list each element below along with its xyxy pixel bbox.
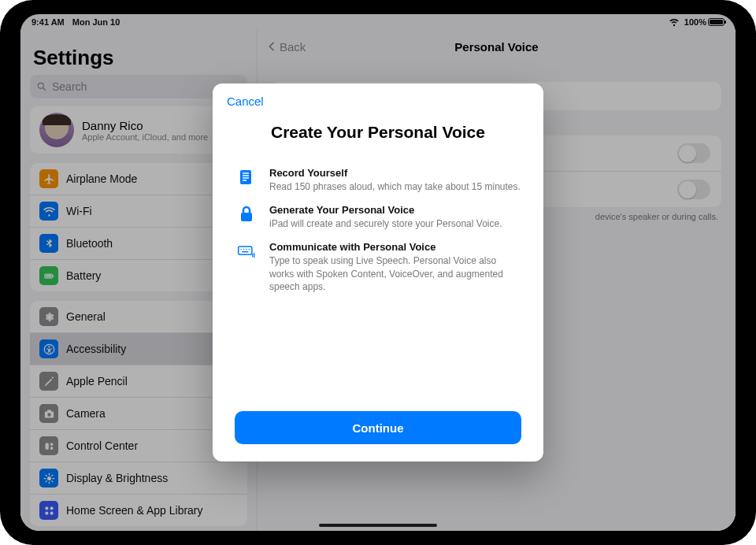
svg-rect-38	[242, 251, 249, 253]
device-frame: 9:41 AM Mon Jun 10 100% Settings Search	[0, 0, 756, 545]
step-communicate: Communicate with Personal Voice Type to …	[235, 241, 521, 293]
step-heading: Record Yourself	[269, 167, 521, 179]
lock-icon	[235, 204, 258, 230]
svg-rect-27	[240, 170, 251, 184]
step-body: Type to speak using Live Speech. Persona…	[269, 254, 521, 293]
step-body: Read 150 phrases aloud, which may take a…	[269, 180, 521, 193]
svg-point-36	[246, 249, 247, 250]
cancel-button[interactable]: Cancel	[227, 95, 264, 108]
svg-rect-32	[241, 213, 252, 221]
continue-button[interactable]: Continue	[235, 411, 521, 444]
step-heading: Communicate with Personal Voice	[269, 241, 521, 253]
svg-point-34	[240, 249, 242, 250]
step-generate: Generate Your Personal Voice iPad will c…	[235, 204, 521, 230]
svg-point-35	[243, 249, 245, 250]
svg-rect-33	[239, 247, 252, 254]
step-body: iPad will create and securely store your…	[269, 217, 521, 230]
sheet-title: Create Your Personal Voice	[232, 123, 524, 142]
home-indicator	[319, 524, 437, 527]
script-icon	[235, 167, 258, 193]
keyboard-voice-icon	[235, 241, 258, 293]
svg-point-37	[249, 249, 250, 250]
screen: 9:41 AM Mon Jun 10 100% Settings Search	[20, 14, 736, 531]
step-heading: Generate Your Personal Voice	[269, 204, 521, 216]
personal-voice-sheet: Cancel Create Your Personal Voice Record…	[213, 83, 543, 462]
step-record: Record Yourself Read 150 phrases aloud, …	[235, 167, 521, 193]
modal-overlay: Cancel Create Your Personal Voice Record…	[20, 14, 736, 531]
